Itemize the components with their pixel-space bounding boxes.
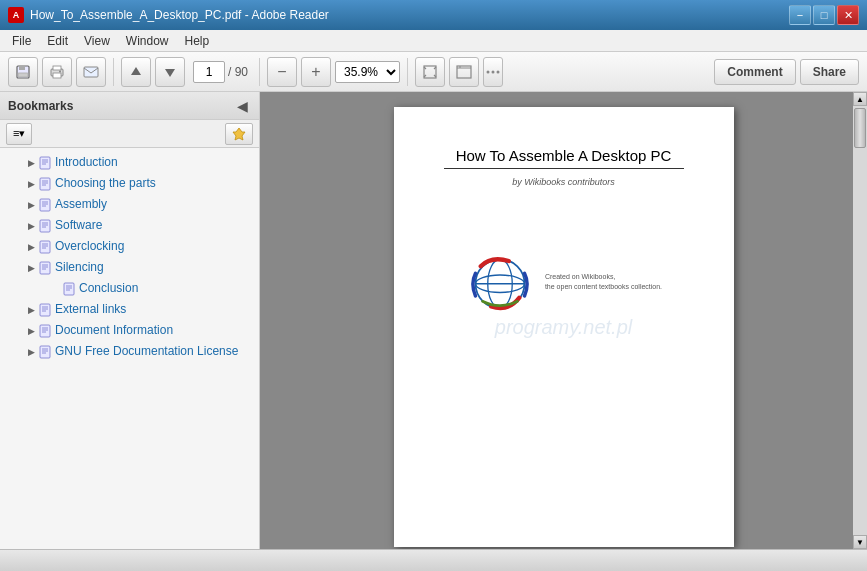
bookmark-icon-external-links [38,302,52,318]
minimize-button[interactable]: − [789,5,811,25]
expand-choosing-parts[interactable]: ▶ [24,176,38,192]
bookmark-icon-document-information [38,323,52,339]
bookmark-icon-conclusion [62,281,76,297]
expand-gnu-free[interactable]: ▶ [24,344,38,360]
svg-marker-8 [131,67,141,75]
fit-page-button[interactable] [415,57,445,87]
svg-rect-40 [64,283,74,295]
page-number-input[interactable] [193,61,225,83]
zoom-select[interactable]: 35.9% 50% 75% 100% [335,61,400,83]
maximize-button[interactable]: □ [813,5,835,25]
bookmark-conclusion[interactable]: ▶ Conclusion [0,278,259,299]
zoom-out-button[interactable]: − [267,57,297,87]
menu-window[interactable]: Window [118,32,177,50]
menu-view[interactable]: View [76,32,118,50]
expand-external-links[interactable]: ▶ [24,302,38,318]
menu-file[interactable]: File [4,32,39,50]
bookmark-overclocking[interactable]: ▶ Overclocking [0,236,259,257]
logo-text: Created on Wikibooks, the open content t… [545,272,662,293]
fullscreen-button[interactable] [449,57,479,87]
svg-rect-52 [40,346,50,358]
scrollbar-track[interactable] [853,106,867,535]
panel-header: Bookmarks ◀ [0,92,259,120]
share-button[interactable]: Share [800,59,859,85]
expand-assembly[interactable]: ▶ [24,197,38,213]
bookmark-label-gnu-free: GNU Free Documentation License [55,343,255,360]
logo-caption-2: the open content textbooks collection. [545,283,662,290]
zoom-in-button[interactable]: + [301,57,331,87]
title-bar-controls: − □ ✕ [789,5,859,25]
svg-rect-10 [424,66,436,78]
svg-point-13 [492,70,495,73]
save-button[interactable] [8,57,38,87]
menu-edit[interactable]: Edit [39,32,76,50]
svg-rect-48 [40,325,50,337]
scroll-up-button[interactable]: ▲ [853,92,867,106]
page-navigation: / 90 [193,61,248,83]
email-button[interactable] [76,57,106,87]
bookmark-silencing[interactable]: ▶ Silencing [0,257,259,278]
scroll-down-button[interactable]: ▼ [853,535,867,549]
svg-rect-7 [84,67,98,77]
pdf-page-title: How To Assemble A Desktop PC [444,147,684,169]
svg-rect-1 [19,66,25,70]
panel-toolbar: ≡▾ [0,120,259,148]
separator-2 [259,58,260,86]
nav-prev-button[interactable] [121,57,151,87]
svg-marker-9 [165,69,175,77]
svg-rect-5 [53,66,61,70]
bookmark-document-information[interactable]: ▶ Document Information [0,320,259,341]
bookmark-assembly[interactable]: ▶ Assembly [0,194,259,215]
more-tools-button[interactable] [483,57,503,87]
svg-rect-20 [40,178,50,190]
comment-button[interactable]: Comment [714,59,795,85]
bookmark-icon-software [38,218,52,234]
bookmark-choosing-parts[interactable]: ▶ Choosing the parts [0,173,259,194]
vertical-scrollbar[interactable]: ▲ ▼ [853,92,867,549]
svg-marker-15 [233,128,245,140]
title-bar: A How_To_Assemble_A_Desktop_PC.pdf - Ado… [0,0,867,30]
left-panel: Bookmarks ◀ ≡▾ ▶ Introduc [0,92,260,549]
panel-close-button[interactable]: ◀ [233,97,251,115]
toolbar: / 90 − + 35.9% 50% 75% 100% [0,52,867,92]
toolbar-right: Comment Share [714,59,859,85]
nav-next-button[interactable] [155,57,185,87]
expand-document-information[interactable]: ▶ [24,323,38,339]
bookmark-introduction[interactable]: ▶ Introduction [0,152,259,173]
bookmark-icon-gnu-free [38,344,52,360]
panel-title: Bookmarks [8,99,73,113]
svg-point-12 [487,70,490,73]
expand-silencing[interactable]: ▶ [24,260,38,276]
expand-software[interactable]: ▶ [24,218,38,234]
bookmark-icon-introduction [38,155,52,171]
pdf-page: programy.net.pl How To Assemble A Deskto… [394,107,734,547]
print-button[interactable] [42,57,72,87]
bookmark-label-choosing-parts: Choosing the parts [55,175,255,192]
svg-rect-16 [40,157,50,169]
page-total: / 90 [228,65,248,79]
bookmarks-add-button[interactable] [225,123,253,145]
bookmark-software[interactable]: ▶ Software [0,215,259,236]
menu-help[interactable]: Help [177,32,218,50]
svg-point-6 [59,70,61,72]
bookmark-label-silencing: Silencing [55,259,255,276]
bookmark-icon-overclocking [38,239,52,255]
bookmark-gnu-free[interactable]: ▶ GNU Free Documentation License [0,341,259,362]
pdf-viewer-area: programy.net.pl How To Assemble A Deskto… [260,92,867,549]
scrollbar-thumb[interactable] [854,108,866,148]
menu-bar: File Edit View Window Help [0,30,867,52]
bookmark-icon-assembly [38,197,52,213]
bookmarks-menu-button[interactable]: ≡▾ [6,123,32,145]
close-button[interactable]: ✕ [837,5,859,25]
bookmark-label-overclocking: Overclocking [55,238,255,255]
bookmark-icon-silencing [38,260,52,276]
pdf-author: by Wikibooks contributors [512,177,614,187]
bookmark-icon-choosing-parts [38,176,52,192]
bookmark-label-document-information: Document Information [55,322,255,339]
svg-rect-4 [53,73,61,78]
expand-introduction[interactable]: ▶ [24,155,38,171]
main-area: Bookmarks ◀ ≡▾ ▶ Introduc [0,92,867,549]
bookmark-external-links[interactable]: ▶ External links [0,299,259,320]
svg-rect-2 [18,73,28,77]
expand-overclocking[interactable]: ▶ [24,239,38,255]
